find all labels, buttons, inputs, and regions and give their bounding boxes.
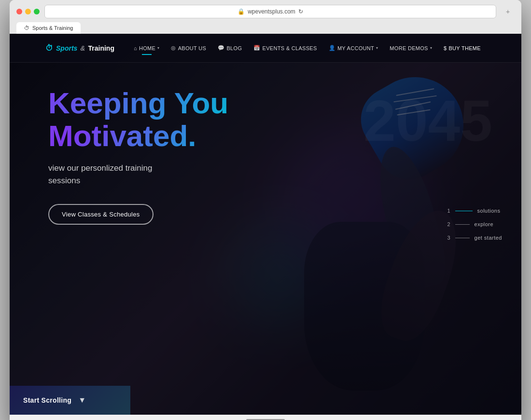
side-nav-num-3: 3 bbox=[445, 235, 450, 241]
logo-ampersand: & bbox=[80, 44, 85, 52]
maximize-button[interactable] bbox=[34, 9, 40, 14]
blog-icon: 💬 bbox=[218, 45, 224, 51]
account-icon: 👤 bbox=[329, 45, 335, 51]
navbar: ⏱ Sports & Training ⌂ HOME ▾ ◎ ABOUT US bbox=[10, 34, 521, 63]
hero-subtitle: view our personlized training sessions bbox=[48, 162, 228, 187]
view-classes-button[interactable]: View Classes & Schedules bbox=[48, 204, 154, 225]
nav-item-about[interactable]: ◎ ABOUT US bbox=[166, 42, 211, 54]
hero-content: Keeping You Motivated. view our personli… bbox=[48, 87, 228, 225]
url-text: wpeventsplus.com bbox=[248, 8, 295, 15]
browser-top-bar: 🔒 wpeventsplus.com ↻ + bbox=[16, 5, 515, 18]
site-logo[interactable]: ⏱ Sports & Training bbox=[45, 44, 114, 53]
logo-icon: ⏱ bbox=[45, 44, 53, 53]
side-navigation: 1 solutions 2 explore 3 get started bbox=[445, 208, 502, 241]
side-nav-label-2: explore bbox=[475, 221, 494, 227]
scroll-arrow: ▼ bbox=[78, 396, 86, 405]
nav-item-demos[interactable]: MORE DEMOS ▾ bbox=[385, 42, 437, 54]
nav-item-blog[interactable]: 💬 BLOG bbox=[213, 42, 247, 54]
traffic-lights bbox=[16, 9, 40, 14]
side-nav-line-3 bbox=[455, 238, 470, 238]
nav-inner: ⏱ Sports & Training ⌂ HOME ▾ ◎ ABOUT US bbox=[45, 42, 486, 54]
logo-training: Training bbox=[88, 44, 114, 52]
side-nav-item-3[interactable]: 3 get started bbox=[445, 235, 502, 241]
side-nav-num-1: 1 bbox=[445, 208, 450, 214]
refresh-icon[interactable]: ↻ bbox=[298, 8, 303, 15]
browser-window: 🔒 wpeventsplus.com ↻ + ⏱ Sports & Traini… bbox=[10, 0, 521, 420]
scroll-bar[interactable]: Start Scrolling ▼ bbox=[10, 386, 130, 415]
headline-line1: Keeping You bbox=[48, 87, 228, 120]
bottom-bar bbox=[10, 415, 521, 420]
nav-item-buy[interactable]: $ BUY THEME bbox=[439, 42, 486, 54]
home-icon: ⌂ bbox=[134, 45, 137, 51]
address-bar[interactable]: 🔒 wpeventsplus.com ↻ bbox=[44, 5, 496, 18]
close-button[interactable] bbox=[16, 9, 22, 14]
deco-number: 2045 bbox=[363, 92, 492, 149]
scroll-text: Start Scrolling bbox=[23, 396, 71, 404]
side-nav-line-1 bbox=[455, 211, 473, 211]
hero-headline: Keeping You Motivated. bbox=[48, 87, 228, 152]
lock-icon: 🔒 bbox=[238, 8, 245, 15]
home-arrow: ▾ bbox=[157, 46, 159, 50]
side-nav-item-1[interactable]: 1 solutions bbox=[445, 208, 502, 214]
side-nav-line-2 bbox=[455, 224, 470, 225]
side-nav-item-2[interactable]: 2 explore bbox=[445, 221, 502, 227]
account-arrow: ▾ bbox=[376, 46, 378, 50]
browser-chrome: 🔒 wpeventsplus.com ↻ + ⏱ Sports & Traini… bbox=[10, 0, 521, 34]
browser-tabs: ⏱ Sports & Training bbox=[16, 22, 515, 34]
nav-item-home[interactable]: ⌂ HOME ▾ bbox=[129, 42, 164, 54]
nav-item-events[interactable]: 📅 EVENTS & CLASSES bbox=[249, 42, 321, 54]
tab-label: Sports & Training bbox=[32, 25, 73, 31]
nav-item-account[interactable]: 👤 MY ACCOUNT ▾ bbox=[324, 42, 383, 54]
tab-favicon: ⏱ bbox=[24, 25, 29, 31]
buy-icon: $ bbox=[444, 45, 447, 51]
logo-sports: Sports bbox=[56, 44, 77, 52]
headline-line2: Motivated. bbox=[48, 120, 228, 152]
events-icon: 📅 bbox=[253, 45, 260, 51]
new-tab-button[interactable]: + bbox=[501, 5, 515, 18]
side-nav-num-2: 2 bbox=[445, 221, 450, 227]
minimize-button[interactable] bbox=[25, 9, 31, 14]
website-content: 2045 ⏱ Sports & Training ⌂ HOME ▾ bbox=[10, 34, 521, 415]
about-icon: ◎ bbox=[171, 45, 176, 51]
side-nav-label-3: get started bbox=[475, 235, 502, 241]
side-nav-label-1: solutions bbox=[477, 208, 501, 214]
active-tab[interactable]: ⏱ Sports & Training bbox=[16, 22, 81, 34]
demos-arrow: ▾ bbox=[430, 46, 432, 50]
nav-menu: ⌂ HOME ▾ ◎ ABOUT US 💬 BLOG 📅 EVENTS bbox=[129, 42, 486, 54]
